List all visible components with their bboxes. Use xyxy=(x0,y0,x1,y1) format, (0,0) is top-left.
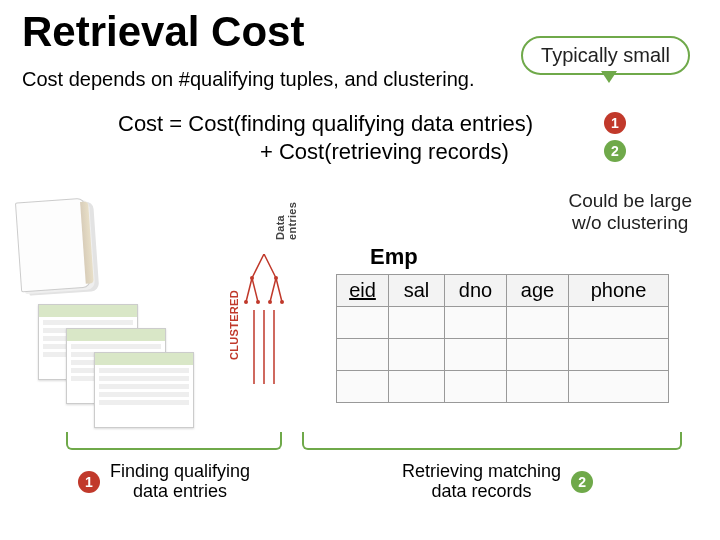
page-card xyxy=(94,352,194,428)
index-illustration: Data entries CLUSTERED xyxy=(18,200,288,430)
callout-could-be-large: Could be large w/o clustering xyxy=(568,190,692,234)
callout-could-be-large-l1: Could be large xyxy=(568,190,692,212)
slide-subtitle: Cost depends on #qualifying tuples, and … xyxy=(22,68,475,91)
bracket-right xyxy=(302,432,682,450)
badge-two: 2 xyxy=(604,140,626,162)
svg-point-3 xyxy=(256,300,260,304)
svg-point-0 xyxy=(250,276,254,280)
col-eid: eid xyxy=(337,275,389,307)
equation-badges: 1 2 xyxy=(604,112,626,162)
table-row xyxy=(337,339,669,371)
bottom-left-text-l2: data entries xyxy=(110,482,250,502)
col-phone: phone xyxy=(569,275,669,307)
bracket-left xyxy=(66,432,282,450)
svg-point-1 xyxy=(274,276,278,280)
bottom-right-text-l2: data records xyxy=(402,482,561,502)
svg-point-2 xyxy=(244,300,248,304)
bottom-right-text: Retrieving matching data records xyxy=(402,462,561,502)
label-data-entries: Data entries xyxy=(274,202,298,240)
col-sal: sal xyxy=(389,275,445,307)
col-dno: dno xyxy=(445,275,507,307)
cost-equation: Cost = Cost(finding qualifying data entr… xyxy=(118,110,533,165)
book-icon xyxy=(15,198,91,293)
label-clustered: CLUSTERED xyxy=(228,290,240,360)
table-row xyxy=(337,307,669,339)
callout-typically-small: Typically small xyxy=(521,36,690,75)
cost-equation-line1: Cost = Cost(finding qualifying data entr… xyxy=(118,110,533,138)
bottom-right-text-l1: Retrieving matching xyxy=(402,462,561,482)
cost-equation-line2: + Cost(retrieving records) xyxy=(118,138,533,166)
badge-two-bottom: 2 xyxy=(571,471,593,493)
bottom-left-group: 1 Finding qualifying data entries xyxy=(78,462,250,502)
bottom-right-group: Retrieving matching data records 2 xyxy=(402,462,593,502)
table-header-row: eid sal dno age phone xyxy=(337,275,669,307)
slide-title: Retrieval Cost xyxy=(22,8,304,56)
emp-table-body xyxy=(337,307,669,403)
badge-one-bottom: 1 xyxy=(78,471,100,493)
svg-point-5 xyxy=(280,300,284,304)
bottom-left-text-l1: Finding qualifying xyxy=(110,462,250,482)
tree-lines-icon xyxy=(244,254,284,394)
badge-one: 1 xyxy=(604,112,626,134)
col-age: age xyxy=(507,275,569,307)
table-row xyxy=(337,371,669,403)
callout-could-be-large-l2: w/o clustering xyxy=(568,212,692,234)
bottom-left-text: Finding qualifying data entries xyxy=(110,462,250,502)
emp-table: eid sal dno age phone xyxy=(336,274,669,403)
emp-label: Emp xyxy=(370,244,418,270)
svg-point-4 xyxy=(268,300,272,304)
